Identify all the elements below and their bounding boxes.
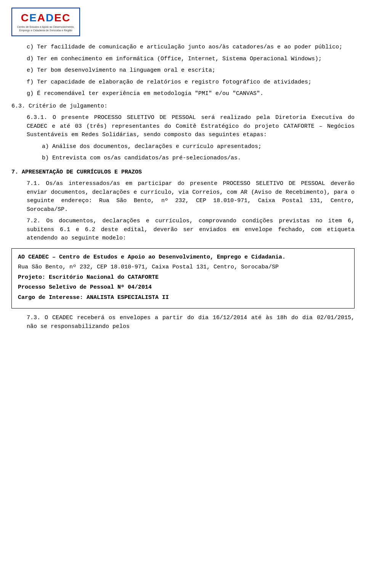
logo-subtitle: Centro de Estudos e Apoio ao Desenvolvim… [17,25,75,32]
section-6-3-1-intro: 6.3.1. O presente PROCESSO SELETIVO DE P… [11,114,355,140]
paragraph-g: g) É recomendável ter experiência em met… [11,90,355,98]
box-line5: Cargo de Interesse: ANALISTA ESPECIALIST… [18,294,348,302]
box-line1: AO CEADEC – Centro de Estudos e Apoio ao… [18,253,348,262]
box-line2: Rua São Bento, nº 232, CEP 18.010-971, C… [18,263,348,272]
section-7-1: 7.1. Os/as interessados/as em participar… [11,180,355,214]
logo-text: CEADEC [21,12,71,24]
step-b: b) Entrevista com os/as candidatos/as pr… [11,154,355,163]
main-content: c) Ter facilidade de comunicação e artic… [11,43,355,331]
section-7-title: 7. APRESENTAÇÃO DE CURRÍCULOS E PRAZOS [11,168,355,177]
box-line3: Projeto: Escritório Nacional do CATAFORT… [18,273,348,282]
logo-container: CEADEC Centro de Estudos e Apoio ao Dese… [11,8,80,36]
paragraph-d: d) Ter em conhecimento em informática (O… [11,55,355,64]
step-a: a) Análise dos documentos, declarações e… [11,143,355,151]
box-line4: Processo Seletivo de Pessoal Nº 04/2014 [18,283,348,292]
section-6-3-heading: 6.3. Critério de julgamento: [11,102,355,111]
paragraph-f: f) Ter capacidade de elaboração de relat… [11,78,355,87]
section-7-3: 7.3. O CEADEC receberá os envelopes a pa… [11,314,355,331]
envelope-model-box: AO CEADEC – Centro de Estudos e Apoio ao… [11,248,355,309]
page-header: CEADEC Centro de Estudos e Apoio ao Dese… [11,8,355,36]
section-7-2-intro: 7.2. Os documentos, declarações e curríc… [11,217,355,243]
paragraph-c: c) Ter facilidade de comunicação e artic… [11,43,355,52]
paragraph-e: e) Ter bom desenvolvimento na linguagem … [11,66,355,75]
